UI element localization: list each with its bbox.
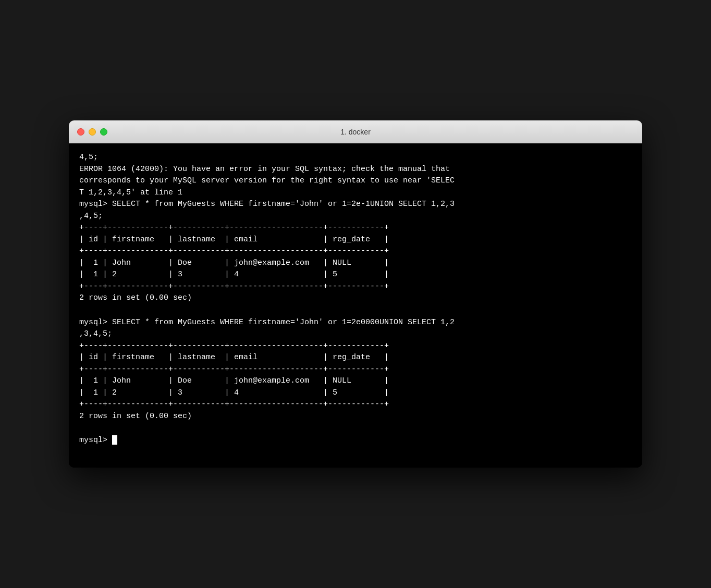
- terminal-window: 1. docker 4,5;ERROR 1064 (42000): You ha…: [69, 120, 642, 468]
- terminal-line: ,4,5;: [79, 211, 632, 223]
- terminal-line: corresponds to your MySQL server version…: [79, 175, 632, 187]
- terminal-line: ,3,4,5;: [79, 328, 632, 340]
- terminal-line: | id | firstname | lastname | email | re…: [79, 234, 632, 246]
- terminal-line: +----+-------------+-----------+--------…: [79, 399, 632, 411]
- terminal-line: 2 rows in set (0.00 sec): [79, 292, 632, 304]
- terminal-line: mysql>: [79, 435, 632, 447]
- terminal-body[interactable]: 4,5;ERROR 1064 (42000): You have an erro…: [69, 143, 642, 468]
- titlebar: 1. docker: [69, 120, 642, 143]
- terminal-line: +----+-------------+-----------+--------…: [79, 246, 632, 258]
- minimize-button[interactable]: [89, 128, 96, 136]
- terminal-line: +----+-------------+-----------+--------…: [79, 340, 632, 352]
- terminal-line: mysql> SELECT * from MyGuests WHERE firs…: [79, 317, 632, 329]
- maximize-button[interactable]: [100, 128, 107, 136]
- terminal-spacer: [79, 304, 632, 317]
- traffic-lights: [77, 128, 107, 136]
- terminal-spacer: [79, 422, 632, 435]
- terminal-line: mysql> SELECT * from MyGuests WHERE firs…: [79, 199, 632, 211]
- terminal-line: | 1 | 2 | 3 | 4 | 5 |: [79, 269, 632, 281]
- terminal-line: +----+-------------+-----------+--------…: [79, 222, 632, 234]
- cursor-blink: [112, 435, 117, 445]
- terminal-line: 2 rows in set (0.00 sec): [79, 411, 632, 423]
- close-button[interactable]: [77, 128, 84, 136]
- terminal-line: +----+-------------+-----------+--------…: [79, 281, 632, 293]
- terminal-line: | 1 | 2 | 3 | 4 | 5 |: [79, 387, 632, 399]
- terminal-line: | 1 | John | Doe | john@example.com | NU…: [79, 258, 632, 270]
- terminal-line: ERROR 1064 (42000): You have an error in…: [79, 164, 632, 176]
- window-title: 1. docker: [340, 128, 371, 136]
- terminal-line: +----+-------------+-----------+--------…: [79, 364, 632, 376]
- terminal-line: 4,5;: [79, 152, 632, 164]
- terminal-line: | 1 | John | Doe | john@example.com | NU…: [79, 375, 632, 387]
- terminal-line: | id | firstname | lastname | email | re…: [79, 352, 632, 364]
- terminal-line: T 1,2,3,4,5' at line 1: [79, 187, 632, 199]
